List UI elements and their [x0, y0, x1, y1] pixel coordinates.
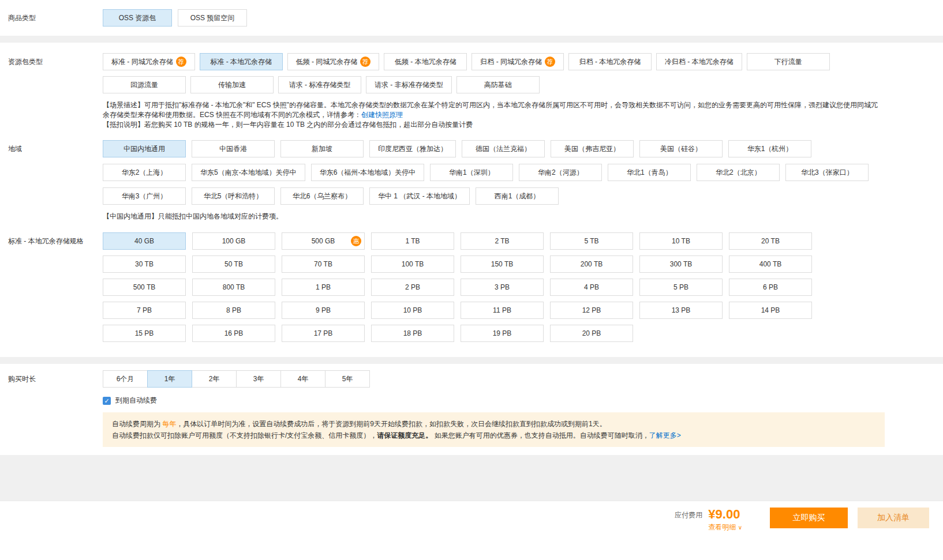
duration-option[interactable]: 6个月 — [103, 370, 148, 388]
notice-1-highlight: 每年 — [162, 420, 176, 428]
region-option[interactable]: 新加坡 — [280, 140, 364, 157]
package-type-option[interactable]: 低频 - 同城冗余存储 荐 — [287, 53, 380, 70]
region-option[interactable]: 中国香港 — [192, 140, 275, 157]
region-option[interactable]: 华南1（深圳） — [430, 164, 513, 181]
region-option[interactable]: 华北3（张家口） — [785, 164, 869, 181]
spec-option[interactable]: 300 TB — [639, 255, 723, 273]
spec-option[interactable]: 800 TB — [192, 279, 275, 296]
region-option[interactable]: 华东6（福州-本地地域）关停中 — [311, 164, 425, 181]
spec-option[interactable]: 11 PB — [461, 302, 544, 319]
package-type-option[interactable]: 传输加速 — [190, 76, 274, 93]
spec-option[interactable]: 30 TB — [103, 255, 186, 273]
spec-option[interactable]: 12 PB — [550, 302, 633, 319]
region-option[interactable]: 华东1（杭州） — [728, 140, 811, 157]
spec-option[interactable]: 150 TB — [461, 255, 544, 273]
view-detail-link[interactable]: 查看明细 ∨ — [708, 523, 742, 532]
region-option[interactable]: 美国（弗吉尼亚） — [551, 140, 634, 157]
duration-option[interactable]: 2年 — [192, 370, 237, 388]
spec-option[interactable]: 10 TB — [639, 232, 723, 250]
region-option[interactable]: 华北5（呼和浩特） — [192, 187, 275, 205]
spec-option[interactable]: 40 GB — [103, 232, 186, 250]
package-type-option[interactable]: 归档 - 同城冗余存储 荐 — [472, 53, 564, 70]
duration-option[interactable]: 4年 — [280, 370, 325, 388]
spec-option[interactable]: 100 TB — [371, 255, 454, 273]
spec-option[interactable]: 500 GB 惠 — [282, 232, 365, 250]
option-label: 14 PB — [761, 306, 780, 314]
spec-option[interactable]: 6 PB — [729, 279, 812, 296]
product-type-option[interactable]: OSS 资源包 — [103, 9, 172, 27]
learn-more-link[interactable]: 了解更多> — [649, 431, 681, 439]
product-type-option[interactable]: OSS 预留空间 — [178, 9, 247, 27]
package-type-option[interactable]: 回源流量 — [103, 76, 186, 93]
package-type-option[interactable]: 归档 - 本地冗余存储 — [568, 53, 652, 70]
region-option[interactable]: 华南3（广州） — [103, 187, 186, 205]
option-label: 1年 — [164, 375, 175, 383]
spec-option[interactable]: 1 PB — [282, 279, 365, 296]
region-option[interactable]: 印度尼西亚（雅加达） — [369, 140, 456, 157]
duration-option[interactable]: 3年 — [236, 370, 281, 388]
buy-now-button[interactable]: 立即购买 — [770, 508, 848, 528]
product-type-options: OSS 资源包 OSS 预留空间 — [103, 9, 885, 27]
option-label: 5 PB — [673, 283, 688, 291]
spec-option[interactable]: 20 PB — [550, 325, 633, 342]
package-type-option[interactable]: 请求 - 标准存储类型 — [278, 76, 361, 93]
spec-option[interactable]: 17 PB — [282, 325, 365, 342]
region-option[interactable]: 华北1（青岛） — [608, 164, 691, 181]
snapshot-principle-link[interactable]: 创建快照原理 — [361, 111, 403, 119]
duration-option[interactable]: 1年 — [147, 370, 192, 388]
spec-option[interactable]: 100 GB — [192, 232, 275, 250]
region-option[interactable]: 西南1（成都） — [476, 187, 559, 205]
package-type-option[interactable]: 低频 - 本地冗余存储 — [384, 53, 467, 70]
region-option[interactable]: 华南2（河源） — [519, 164, 602, 181]
auto-renew-checkbox[interactable]: ✓ — [103, 397, 111, 405]
spec-option[interactable]: 5 PB — [639, 279, 723, 296]
auto-renew-row: ✓ 到期自动续费 — [103, 396, 943, 405]
notice-1-suffix: ，具体以订单时间为准，设置自动续费成功后，将于资源到期前9天开始续费扣款，如扣款… — [176, 420, 606, 428]
package-type-option[interactable]: 高防基础 — [456, 76, 540, 93]
spec-option[interactable]: 4 PB — [550, 279, 633, 296]
spec-option[interactable]: 9 PB — [282, 302, 365, 319]
region-option[interactable]: 华东5（南京-本地地域）关停中 — [192, 164, 305, 181]
package-type-option[interactable]: 标准 - 同城冗余存储 荐 — [103, 53, 195, 70]
option-label: 3年 — [253, 375, 264, 383]
spec-option[interactable]: 13 PB — [639, 302, 723, 319]
spec-option[interactable]: 8 PB — [192, 302, 275, 319]
region-option[interactable]: 美国（硅谷） — [639, 140, 723, 157]
spec-option[interactable]: 18 PB — [371, 325, 454, 342]
spec-option[interactable]: 2 PB — [371, 279, 454, 296]
spec-option[interactable]: 500 TB — [103, 279, 186, 296]
spec-option[interactable]: 400 TB — [729, 255, 812, 273]
notice-line-1: 自动续费周期为 每年，具体以订单时间为准，设置自动续费成功后，将于资源到期前9天… — [112, 418, 875, 430]
spec-option[interactable]: 70 TB — [282, 255, 365, 273]
spec-option[interactable]: 15 PB — [103, 325, 186, 342]
option-label: 8 PB — [226, 306, 241, 314]
package-type-option[interactable]: 下行流量 — [747, 53, 830, 70]
add-to-list-button[interactable]: 加入清单 — [858, 508, 929, 528]
spec-option[interactable]: 14 PB — [729, 302, 812, 319]
spec-option[interactable]: 3 PB — [461, 279, 544, 296]
package-type-option[interactable]: 冷归档 - 本地冗余存储 — [656, 53, 742, 70]
option-label: 70 TB — [314, 260, 332, 268]
region-option[interactable]: 华北2（北京） — [697, 164, 780, 181]
duration-option[interactable]: 5年 — [325, 370, 370, 388]
spec-option[interactable]: 1 TB — [371, 232, 454, 250]
region-option[interactable]: 德国（法兰克福） — [462, 140, 545, 157]
region-option[interactable]: 华北6（乌兰察布） — [280, 187, 364, 205]
package-type-option[interactable]: 标准 - 本地冗余存储 — [200, 53, 283, 70]
region-option[interactable]: 华中 1 （武汉 - 本地地域） — [369, 187, 470, 205]
spec-option[interactable]: 7 PB — [103, 302, 186, 319]
region-option[interactable]: 中国内地通用 — [103, 140, 186, 157]
spec-option[interactable]: 16 PB — [192, 325, 275, 342]
spec-option[interactable]: 10 PB — [371, 302, 454, 319]
spec-option[interactable]: 5 TB — [550, 232, 633, 250]
package-type-option[interactable]: 请求 - 非标准存储类型 — [366, 76, 452, 93]
option-label: 请求 - 非标准存储类型 — [375, 80, 443, 90]
auto-renew-label: 到期自动续费 — [115, 396, 157, 405]
spec-option[interactable]: 200 TB — [550, 255, 633, 273]
spec-option[interactable]: 19 PB — [461, 325, 544, 342]
spec-option[interactable]: 20 TB — [729, 232, 812, 250]
spec-option[interactable]: 2 TB — [461, 232, 544, 250]
spec-option[interactable]: 50 TB — [192, 255, 275, 273]
option-label: 2 PB — [405, 283, 420, 291]
region-option[interactable]: 华东2（上海） — [103, 164, 186, 181]
